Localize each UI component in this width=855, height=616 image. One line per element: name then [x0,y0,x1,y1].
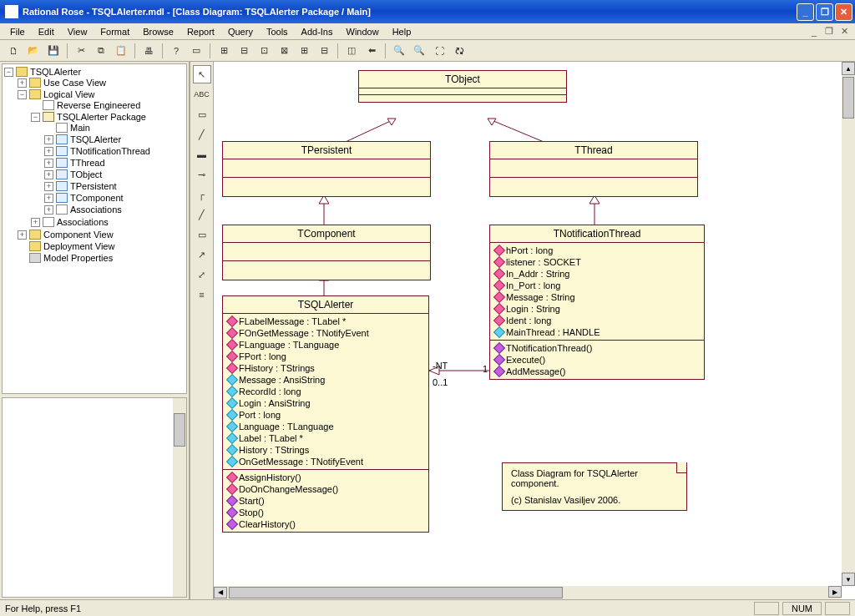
tree-reverse[interactable]: Reverse Engineered [57,100,140,110]
pointer-tool[interactable]: ↖ [193,65,211,83]
diagram-note[interactable]: Class Diagram for TSQLAlerter component.… [502,462,687,511]
class-name: TThread [490,142,697,159]
tree-tcomponent[interactable]: TComponent [70,193,124,203]
menu-file[interactable]: File [3,25,32,38]
refresh-icon[interactable]: 🗘 [451,43,468,59]
copy-icon[interactable]: ⧉ [93,43,109,59]
save-icon[interactable]: 💾 [45,43,62,59]
browser-tree[interactable]: −TSQLAlerter +Use Case View −Logical Vie… [2,63,187,394]
tree-tsqlalerter[interactable]: TSQLAlerter [70,134,121,144]
multiplicity-nt: -NT [433,361,448,371]
class-tpersistent[interactable]: TPersistent [222,141,431,197]
tool1-icon[interactable]: ⊞ [215,43,232,59]
status-num: NUM [782,602,822,615]
menu-edit[interactable]: Edit [32,25,61,38]
class-member: FHistory : TStrings [226,362,425,374]
browse-icon[interactable]: ▭ [188,43,205,59]
paste-icon[interactable]: 📋 [113,43,129,59]
text-tool[interactable]: ABC [193,85,211,104]
tree-pkg[interactable]: TSQLAlerter Package [57,112,146,122]
window-titlebar: Rational Rose - TSQLAlerter.mdl - [Class… [0,0,855,23]
tree-model[interactable]: Model Properties [43,253,113,263]
note-line1: Class Diagram for TSQLAlerter [511,468,678,478]
class-member: Language : TLanguage [226,421,425,432]
class-member: Label : TLabel * [226,432,425,444]
tree-assoc2[interactable]: Associations [57,217,109,227]
tool4-icon[interactable]: ⊠ [276,43,292,59]
real-tool[interactable]: ⤢ [193,265,211,284]
menu-format[interactable]: Format [94,25,136,38]
class-tobject[interactable]: TObject [358,70,567,103]
class-member: In_Port : long [493,280,701,291]
tool7-icon[interactable]: ◫ [343,43,360,59]
menu-query[interactable]: Query [221,25,260,38]
zoomin-icon[interactable]: 🔍 [411,43,428,59]
maximize-button[interactable]: ❐ [816,3,833,21]
class-member: hPort : long [493,245,701,256]
status-help: For Help, press F1 [5,603,81,613]
interface-tool[interactable]: ⊸ [193,165,211,184]
package-tool[interactable]: ▭ [193,225,211,244]
tree-main[interactable]: Main [70,123,90,133]
note-tool[interactable]: ▭ [193,105,211,124]
more-tool[interactable]: ≡ [193,285,211,304]
anchor-tool[interactable]: ╱ [193,125,211,144]
canvas-hscrollbar[interactable]: ◀ ▶ [214,586,842,599]
mdi-minimize-button[interactable]: _ [807,26,821,38]
tree-assoc1[interactable]: Associations [70,204,122,215]
tree-tthread[interactable]: TThread [70,158,105,168]
menu-browse[interactable]: Browse [136,25,180,38]
tool2-icon[interactable]: ⊟ [235,43,252,59]
class-tcomponent[interactable]: TComponent [222,225,431,280]
canvas-vscrollbar[interactable]: ▲ ▼ [842,62,855,586]
help-icon[interactable]: ? [168,43,185,59]
diagram-toolbox: ↖ ABC ▭ ╱ ▬ ⊸ ┌ ╱ ▭ ↗ ⤢ ≡ [190,62,214,599]
class-name: TNotificationThread [490,225,704,243]
tree-deploy[interactable]: Deployment View [43,241,114,251]
open-icon[interactable]: 📂 [25,43,42,59]
multiplicity-1: 1 [483,364,488,374]
class-tsqlalerter[interactable]: TSQLAlerter FLabelMessage : TLabel *FOnG… [222,295,429,533]
print-icon[interactable]: 🖶 [140,43,157,59]
zoomout-icon[interactable]: 🔍 [391,43,407,59]
menu-addins[interactable]: Add-Ins [295,25,340,38]
tree-usecase[interactable]: Use Case View [43,78,106,88]
menu-tools[interactable]: Tools [260,25,295,38]
fit-icon[interactable]: ⛶ [431,43,448,59]
tool5-icon[interactable]: ⊞ [296,43,312,59]
tree-root[interactable]: TSQLAlerter [30,67,81,77]
tool6-icon[interactable]: ⊟ [316,43,332,59]
menu-report[interactable]: Report [180,25,221,38]
menu-view[interactable]: View [61,25,94,38]
back-icon[interactable]: ⬅ [363,43,380,59]
gen-tool[interactable]: ↗ [193,245,211,264]
tool3-icon[interactable]: ⊡ [255,43,272,59]
mdi-restore-button[interactable]: ❐ [822,26,836,38]
tree-logical[interactable]: Logical View [43,89,95,99]
close-button[interactable]: ✕ [835,3,852,21]
diagram-canvas[interactable]: TObject TPersistent TThread TComponent T… [214,62,855,599]
class-member: Stop() [226,507,425,518]
tree-tnotif[interactable]: TNotificationThread [70,146,150,156]
mdi-close-button[interactable]: ✕ [837,26,851,38]
class-tool[interactable]: ▬ [193,145,211,164]
menu-help[interactable]: Help [386,25,418,38]
class-member: Port : long [226,409,425,421]
class-member: DoOnChangeMessage() [226,483,425,495]
assoc-tool[interactable]: ┌ [193,185,211,204]
tree-tpersistent[interactable]: TPersistent [70,181,117,191]
tree-tobject[interactable]: TObject [70,169,102,179]
tree-component[interactable]: Component View [43,230,114,240]
dep-tool[interactable]: ╱ [193,205,211,224]
class-tnotificationthread[interactable]: TNotificationThread hPort : longlistener… [489,225,705,380]
doc-scrollbar[interactable] [173,398,186,597]
class-member: AddMessage() [493,366,701,377]
class-member: Ident : long [493,315,701,326]
menu-window[interactable]: Window [340,25,386,38]
minimize-button[interactable]: _ [797,3,814,21]
new-icon[interactable]: 🗋 [5,43,22,59]
window-title: Rational Rose - TSQLAlerter.mdl - [Class… [23,7,795,17]
documentation-panel[interactable] [2,397,187,598]
class-tthread[interactable]: TThread [489,141,698,197]
cut-icon[interactable]: ✂ [73,43,89,59]
